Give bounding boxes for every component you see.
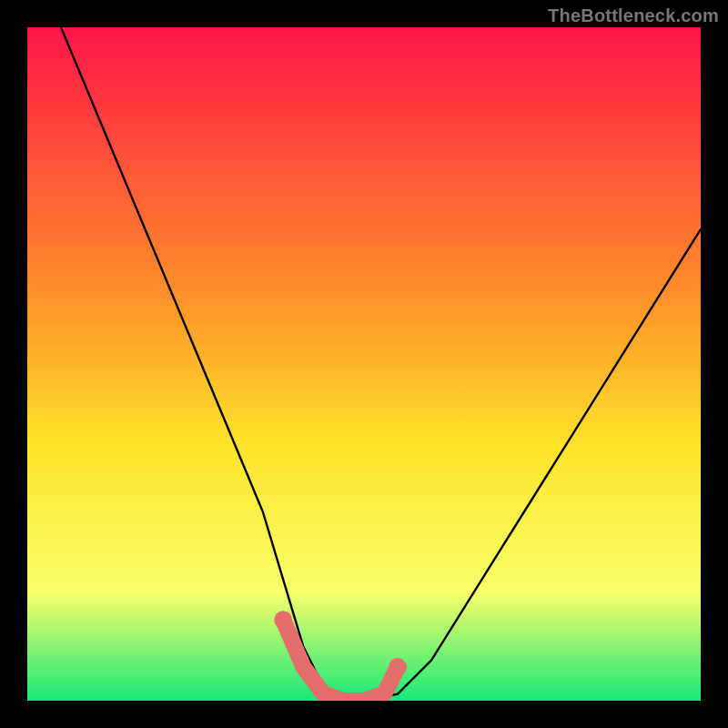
bottleneck-chart <box>27 27 701 701</box>
optimal-range-dot-left <box>274 611 292 629</box>
watermark-text: TheBottleneck.com <box>548 5 719 26</box>
chart-container: { "watermark": "TheBottleneck.com", "col… <box>0 0 728 728</box>
optimal-range-dot-right <box>389 658 407 676</box>
plot-background <box>27 27 701 701</box>
